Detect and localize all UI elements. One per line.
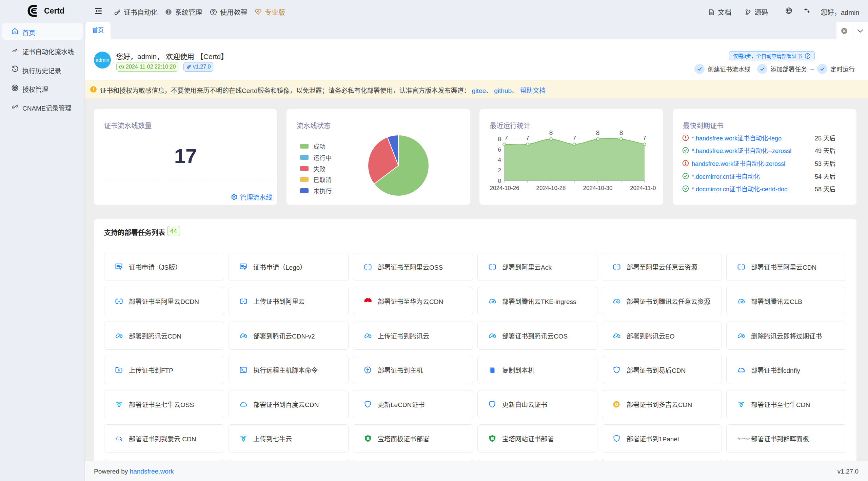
svg-text:2024-10-28: 2024-10-28 xyxy=(536,185,566,191)
svg-text:8: 8 xyxy=(619,129,623,136)
svg-text:7: 7 xyxy=(526,134,530,141)
svg-text:4: 4 xyxy=(498,157,501,163)
svg-text:7: 7 xyxy=(505,134,508,141)
svg-text:2024-10-26: 2024-10-26 xyxy=(490,185,519,191)
svg-text:8: 8 xyxy=(549,129,553,136)
svg-text:8: 8 xyxy=(596,129,600,136)
svg-text:8: 8 xyxy=(498,136,501,142)
svg-text:2: 2 xyxy=(498,167,501,174)
svg-text:2024-10-30: 2024-10-30 xyxy=(583,185,613,191)
svg-text:2024-11-01: 2024-11-01 xyxy=(630,185,656,191)
svg-text:7: 7 xyxy=(643,134,647,141)
svg-text:0: 0 xyxy=(498,178,501,184)
svg-text:7: 7 xyxy=(573,134,576,141)
svg-text:6: 6 xyxy=(498,147,501,153)
